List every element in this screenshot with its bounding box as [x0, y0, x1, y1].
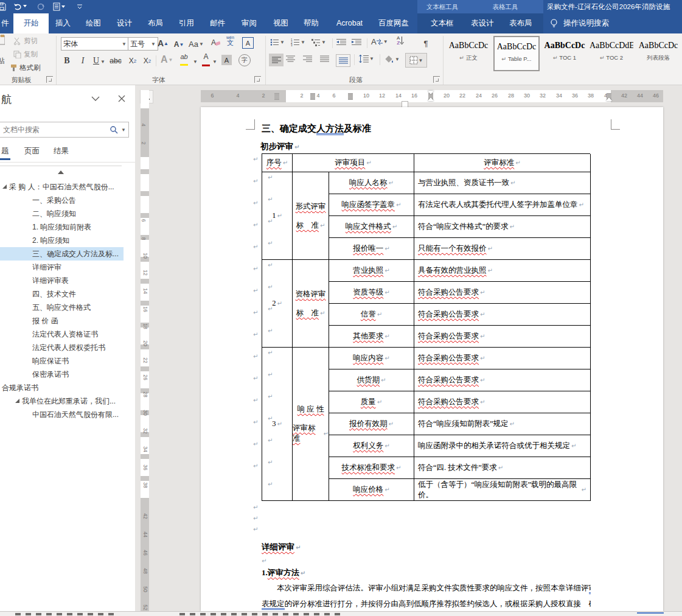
font-name-combo[interactable]: 宋体▼ — [61, 37, 129, 51]
underline-dropdown-icon[interactable]: ▼ — [100, 59, 105, 65]
font-color-dropdown-icon[interactable]: ▼ — [212, 59, 217, 65]
search-dropdown-icon[interactable]: ▼ — [121, 127, 126, 133]
character-shading-button[interactable]: A — [221, 55, 232, 65]
nav-item[interactable]: 报 价 函 — [0, 314, 135, 327]
undo-dropdown-icon[interactable] — [23, 5, 27, 7]
line-spacing-button[interactable]: ▼ — [359, 55, 374, 63]
preview-dropdown-icon[interactable] — [61, 5, 65, 8]
nav-item[interactable]: 2. 响应须知 — [0, 234, 135, 247]
tab-件[interactable]: 件 — [1, 13, 9, 33]
tab-表设计[interactable]: 表设计 — [471, 13, 494, 33]
undo-button[interactable] — [12, 2, 23, 12]
highlight-dropdown-icon[interactable]: ▼ — [193, 59, 198, 65]
asian-layout-button[interactable]: A ▼ — [371, 37, 388, 46]
nav-item[interactable]: 二、响应须知 — [0, 207, 135, 220]
format-painter-button[interactable]: 格式刷 — [10, 63, 41, 72]
superscript-button[interactable]: X2 — [141, 54, 153, 68]
tab-Acrobat[interactable]: Acrobat — [336, 13, 363, 33]
align-left-button[interactable] — [269, 54, 284, 66]
nav-tab-题[interactable]: 题 — [1, 146, 9, 156]
tab-帮助[interactable]: 帮助 — [304, 13, 319, 33]
nav-item[interactable]: 详细评审表 — [0, 274, 135, 287]
table-column-marker[interactable] — [348, 93, 353, 100]
cut-button[interactable]: 剪切 — [13, 37, 38, 46]
copy-button[interactable]: 复制 — [13, 50, 38, 59]
enclose-characters-button[interactable]: 字 — [238, 54, 251, 66]
tab-邮件[interactable]: 邮件 — [210, 13, 225, 33]
tab-百度网盘[interactable]: 百度网盘 — [378, 13, 409, 33]
strikethrough-button[interactable]: abc — [110, 54, 122, 68]
sort-button[interactable]: A Z — [397, 36, 404, 46]
tab-文本框[interactable]: 文本框 — [431, 13, 454, 33]
clear-formatting-icon[interactable]: A — [211, 38, 220, 47]
tab-绘图[interactable]: 绘图 — [86, 13, 101, 33]
nav-item[interactable]: 我单位在此郑重承诺，我们... — [0, 394, 135, 408]
align-center-button[interactable] — [286, 55, 295, 63]
status-bar[interactable] — [0, 611, 682, 616]
redo-button[interactable] — [35, 2, 46, 12]
italic-button[interactable]: I — [77, 54, 89, 68]
increase-indent-button[interactable] — [352, 38, 361, 46]
table-column-marker[interactable] — [274, 93, 279, 100]
bold-button[interactable]: B — [61, 54, 73, 68]
nav-tab-页面[interactable]: 页面 — [24, 146, 40, 156]
paragraph-dialog-launcher[interactable] — [433, 76, 440, 83]
expand-arrow-icon[interactable] — [15, 399, 19, 403]
horizontal-ruler[interactable]: 6422461012141620222426283032343638404244… — [201, 90, 663, 102]
vertical-ruler[interactable]: 4268101214161820222628303234363842444648… — [141, 90, 149, 611]
style-chip-TOC 2[interactable]: AaBbCcDdE↵ TOC 2 — [590, 36, 633, 69]
style-chip-TOC 1[interactable]: AaBbCcDc↵ TOC 1 — [543, 36, 586, 69]
tab-布局[interactable]: 布局 — [148, 13, 163, 33]
shading-button[interactable]: ▼ — [384, 55, 400, 63]
customize-quick-access-icon[interactable] — [74, 2, 85, 12]
show-marks-button[interactable]: ¶ — [420, 37, 432, 50]
distribute-button[interactable] — [336, 54, 350, 67]
print-preview-button[interactable] — [51, 2, 62, 12]
font-color-button[interactable]: A — [202, 53, 210, 68]
search-icon[interactable] — [110, 125, 118, 134]
style-chip-Table P...[interactable]: AaBbCcDc↵ Table P... — [493, 36, 540, 71]
change-case-button[interactable]: Aa▼ — [189, 37, 204, 51]
nav-item[interactable]: 1. 响应须知前附表 — [0, 220, 135, 234]
table-column-marker[interactable] — [310, 93, 315, 100]
borders-button[interactable]: ▼ — [405, 53, 427, 68]
character-border-button[interactable]: A — [242, 37, 254, 49]
font-size-combo[interactable]: 五号▼ — [128, 37, 158, 51]
tab-开始[interactable]: 开始 — [13, 13, 49, 33]
tab-视图[interactable]: 视图 — [273, 13, 288, 33]
expand-arrow-icon[interactable] — [2, 184, 7, 189]
nav-tab-结果[interactable]: 结果 — [54, 146, 69, 156]
hanging-indent-marker[interactable] — [428, 97, 434, 101]
nav-item[interactable]: 详细评审 — [0, 261, 135, 274]
nav-search-input[interactable]: 文档中搜索 ▼ — [0, 122, 129, 138]
phonetic-guide-button[interactable]: wén 文 — [226, 35, 234, 46]
nav-item[interactable]: 响应保证书 — [0, 354, 135, 368]
style-chip-正文[interactable]: AaBbCcDc↵ 正文 — [447, 36, 490, 69]
nav-item[interactable]: 保密承诺书 — [0, 368, 135, 381]
justify-button[interactable] — [320, 55, 329, 63]
nav-item[interactable]: 一、采购公告 — [0, 194, 135, 207]
nav-item[interactable]: 五、响应文件格式 — [0, 301, 135, 314]
tab-插入[interactable]: 插入 — [55, 13, 71, 33]
nav-item[interactable]: 四、技术文件 — [0, 287, 135, 301]
paste-button[interactable]: 贴 — [0, 57, 5, 66]
tab-引用[interactable]: 引用 — [179, 13, 194, 33]
subscript-button[interactable]: X2 — [127, 54, 139, 68]
nav-item[interactable]: 法定代表人资格证书 — [0, 327, 135, 341]
save-icon[interactable] — [0, 2, 7, 12]
shrink-font-button[interactable]: A▼ — [173, 38, 185, 51]
align-right-button[interactable] — [303, 55, 312, 63]
numbering-button[interactable]: 123▼ — [291, 38, 305, 46]
nav-collapse-bar[interactable] — [0, 166, 122, 178]
style-chip-列表段落[interactable]: AaBbCcDc列表段落 — [636, 36, 680, 69]
tab-表布局[interactable]: 表布局 — [509, 13, 532, 33]
paste-icon[interactable] — [0, 35, 5, 53]
grow-font-button[interactable]: A▲ — [157, 37, 169, 50]
tab-审阅[interactable]: 审阅 — [242, 13, 257, 33]
highlight-button[interactable]: ab — [180, 54, 188, 67]
nav-item[interactable]: 中国石油天然气股份有限... — [0, 408, 135, 421]
nav-item[interactable]: 采 购 人：中国石油天然气股份... — [0, 180, 135, 194]
nav-collapse-chevron-icon[interactable] — [91, 96, 100, 102]
tab-设计[interactable]: 设计 — [117, 13, 132, 33]
multilevel-list-button[interactable]: ▼ — [311, 38, 326, 46]
